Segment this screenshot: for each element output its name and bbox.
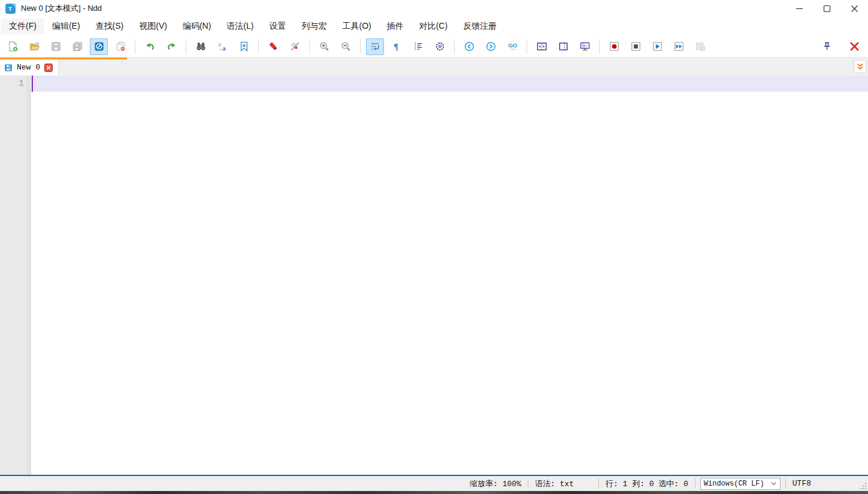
tab-close-button[interactable] <box>44 64 53 72</box>
word-wrap-icon <box>370 41 381 52</box>
save-button[interactable] <box>47 38 65 55</box>
minimize-button[interactable] <box>785 0 813 17</box>
current-line-highlight <box>31 76 868 92</box>
goto-line-icon: GO <box>507 41 518 52</box>
status-zoom-level: 缩放率: 100% <box>463 478 528 489</box>
redo-button[interactable] <box>162 38 180 55</box>
save-all-button[interactable] <box>68 38 86 55</box>
split-right-icon <box>558 41 569 52</box>
macro-play-multi-button[interactable] <box>670 38 688 55</box>
tab-new-0[interactable]: New 0 <box>0 59 59 76</box>
undo-icon <box>144 41 156 52</box>
menu-column-macro[interactable]: 列与宏 <box>294 19 334 34</box>
undo-button[interactable] <box>141 38 159 55</box>
toolbar-separator <box>309 39 310 54</box>
zoom-out-icon <box>340 41 352 52</box>
toolbar-separator <box>186 39 186 54</box>
zoom-in-button[interactable] <box>315 38 333 55</box>
minimize-icon <box>795 4 804 13</box>
eol-format-select[interactable]: Windows(CR LF) <box>700 478 781 490</box>
macro-save-icon <box>695 41 706 52</box>
split-window-icon <box>536 41 548 52</box>
pilcrow-icon: ¶ <box>391 41 403 52</box>
titlebar: T New 0 [文本模式] - Ndd <box>0 0 868 17</box>
word-wrap-button[interactable] <box>366 38 384 55</box>
bookmark-button[interactable] <box>235 38 253 55</box>
menu-plugins[interactable]: 插件 <box>379 19 412 34</box>
editor-area[interactable]: 1 <box>0 76 868 475</box>
replace-icon: b a <box>217 41 228 52</box>
close-toolbar-button[interactable] <box>845 38 863 55</box>
replace-button[interactable]: b a <box>213 38 231 55</box>
mark-button[interactable] <box>264 38 282 55</box>
split-window-button[interactable] <box>533 38 551 55</box>
text-caret <box>32 76 33 92</box>
zoom-in-icon <box>319 41 330 52</box>
statusbar: 缩放率: 100% 语法: txt 行: 1 列: 0 选中: 0 Window… <box>0 476 868 491</box>
fullscreen-button[interactable] <box>576 38 594 55</box>
mark-pen-icon <box>268 41 279 52</box>
floppy-icon <box>4 64 13 72</box>
menu-file[interactable]: 文件(F) <box>1 19 44 34</box>
menu-edit[interactable]: 编辑(E) <box>44 19 88 34</box>
open-file-button[interactable] <box>25 38 43 55</box>
line-number: 1 <box>0 76 24 92</box>
bookmark-icon <box>238 41 250 52</box>
close-window-button[interactable] <box>840 0 868 17</box>
toolbar-separator <box>360 39 361 54</box>
fold-margin <box>26 76 31 475</box>
clear-mark-icon <box>289 41 301 52</box>
menu-feedback-register[interactable]: 反馈注册 <box>455 19 504 34</box>
resize-grip[interactable] <box>860 483 867 490</box>
close-toolbar-icon <box>849 41 860 52</box>
macro-play-icon <box>652 41 663 52</box>
menubar: 文件(F) 编辑(E) 查找(S) 视图(V) 编码(N) 语法(L) 设置 列… <box>0 17 868 36</box>
menu-view[interactable]: 视图(V) <box>131 19 175 34</box>
new-file-button[interactable] <box>4 38 22 55</box>
zoom-out-button[interactable] <box>337 38 355 55</box>
ndd-window: T New 0 [文本模式] - Ndd 文件(F) 编辑(E) 查找(S) 视… <box>0 0 868 494</box>
nav-forward-icon <box>485 41 497 52</box>
menu-tools[interactable]: 工具(O) <box>334 19 379 34</box>
nav-forward-button[interactable] <box>482 38 500 55</box>
toolbar-separator <box>454 39 455 54</box>
menu-search[interactable]: 查找(S) <box>88 19 132 34</box>
close-file-button[interactable] <box>90 38 108 55</box>
menu-encoding[interactable]: 编码(N) <box>175 19 219 34</box>
clear-mark-button[interactable] <box>286 38 304 55</box>
macro-play-button[interactable] <box>648 38 666 55</box>
tab-list-button[interactable] <box>854 60 866 73</box>
macro-stop-button[interactable] <box>627 38 645 55</box>
line-number-gutter <box>0 76 26 475</box>
find-button[interactable] <box>192 38 210 55</box>
pin-toolbar-button[interactable] <box>818 38 836 55</box>
locate-button[interactable] <box>431 38 449 55</box>
maximize-button[interactable] <box>813 0 840 17</box>
goto-line-button[interactable]: GO <box>503 38 521 55</box>
save-icon <box>50 41 62 52</box>
menu-compare[interactable]: 对比(C) <box>412 19 455 34</box>
close-file-icon <box>93 41 105 52</box>
menu-language[interactable]: 语法(L) <box>219 19 261 34</box>
open-file-icon <box>29 41 40 52</box>
window-title: New 0 [文本模式] - Ndd <box>21 3 102 14</box>
active-tab-accent <box>0 58 127 59</box>
toolbar-right <box>818 38 868 55</box>
split-right-button[interactable] <box>554 38 572 55</box>
app-icon: T <box>5 4 16 14</box>
macro-save-button[interactable] <box>691 38 709 55</box>
toolbar-separator <box>527 39 527 54</box>
menu-settings[interactable]: 设置 <box>261 19 294 34</box>
macro-record-button[interactable] <box>605 38 623 55</box>
new-file-icon <box>7 41 19 52</box>
close-all-button[interactable] <box>111 38 129 55</box>
indent-guides-icon <box>413 41 424 52</box>
indent-guides-button[interactable] <box>409 38 427 55</box>
status-encoding: UTF8 <box>786 479 818 488</box>
eol-format-value: Windows(CR LF) <box>704 480 764 488</box>
pin-icon <box>821 41 833 52</box>
double-chevron-down-icon <box>856 62 864 71</box>
nav-back-button[interactable] <box>460 38 478 55</box>
show-symbols-button[interactable]: ¶ <box>388 38 406 55</box>
toolbar-separator <box>258 39 259 54</box>
